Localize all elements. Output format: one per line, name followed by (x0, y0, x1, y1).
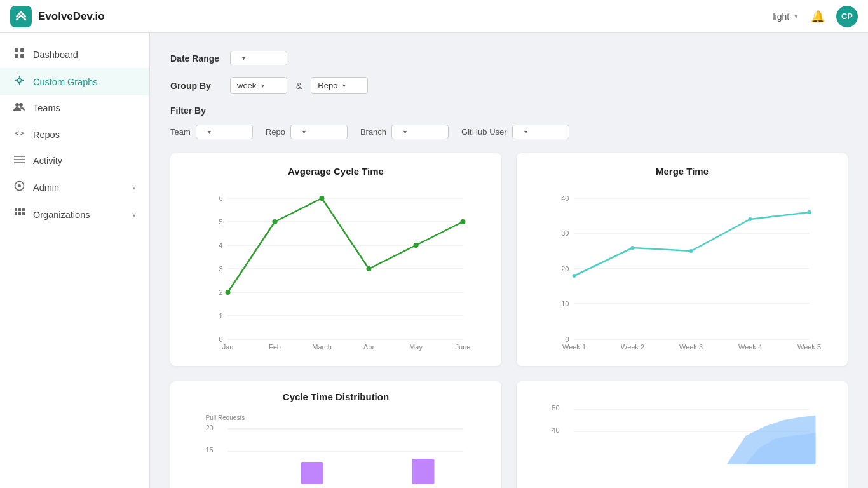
svg-text:May: May (409, 343, 423, 351)
main-content: Date Range ▾ Group By week ▾ & Repo ▾ Fi… (150, 33, 868, 488)
chevron-down-icon: ▾ (261, 82, 264, 89)
sidebar-item-label: Dashboard (33, 50, 137, 60)
date-range-select[interactable]: ▾ (230, 51, 287, 65)
chevron-down-icon: ▾ (242, 55, 245, 62)
header: EvolveDev.io light ▼ 🔔 CP (0, 0, 868, 33)
chevron-down-icon: ▾ (403, 128, 407, 135)
team-select[interactable]: ▾ (196, 125, 253, 139)
svg-point-64 (573, 274, 576, 278)
group-by-secondary-select[interactable]: Repo ▾ (311, 77, 368, 94)
sidebar-item-dashboard[interactable]: Dashboard (0, 41, 149, 68)
svg-text:30: 30 (561, 229, 569, 237)
github-user-select[interactable]: ▾ (512, 125, 569, 139)
merge-time-title: Merge Time (529, 166, 835, 177)
cycle-time-dist-title: Cycle Time Distribution (183, 391, 489, 402)
charts-grid-bottom: Cycle Time Distribution Pull Requests 20… (170, 381, 848, 488)
avatar[interactable]: CP (836, 6, 858, 27)
dashboard-icon (13, 48, 25, 61)
svg-text:March: March (312, 343, 332, 351)
sidebar-item-organizations[interactable]: Organizations ∨ (0, 201, 149, 228)
merge-time-chart: 40 30 20 10 0 Week 1 Week 2 Week 3 Week … (529, 186, 835, 351)
svg-point-46 (367, 266, 372, 271)
svg-text:0: 0 (219, 336, 222, 343)
sidebar-item-custom-graphs[interactable]: Custom Graphs (0, 68, 149, 95)
svg-rect-18 (18, 208, 21, 211)
notification-button[interactable]: 🔔 (808, 7, 827, 26)
svg-text:Pull Requests: Pull Requests (206, 414, 245, 421)
sidebar-item-repos[interactable]: <> Repos (0, 121, 149, 148)
svg-text:0: 0 (565, 336, 569, 343)
svg-text:Jan: Jan (222, 343, 234, 351)
svg-point-9 (15, 103, 19, 107)
sidebar-item-label: Teams (33, 103, 137, 113)
merge-time-card: Merge Time 40 30 20 10 0 Week 1 Week 2 W… (517, 153, 848, 366)
sidebar-item-activity[interactable]: Activity (0, 148, 149, 173)
svg-text:Week 5: Week 5 (797, 343, 821, 351)
svg-rect-1 (20, 48, 24, 52)
avg-cycle-time-title: Avgerage Cycle Time (183, 166, 489, 177)
github-user-filter: GitHub User ▾ (461, 125, 569, 139)
repos-icon: <> (13, 128, 25, 141)
svg-point-44 (273, 219, 278, 224)
avg-cycle-time-card: Avgerage Cycle Time 6 5 4 3 2 1 0 (170, 153, 501, 366)
sidebar-item-label: Custom Graphs (33, 77, 137, 87)
svg-text:3: 3 (219, 265, 222, 273)
svg-text:40: 40 (552, 426, 560, 434)
custom-graphs-icon (13, 75, 25, 88)
svg-point-68 (808, 210, 811, 214)
sidebar-item-label: Organizations (33, 210, 124, 220)
charts-grid-top: Avgerage Cycle Time 6 5 4 3 2 1 0 (170, 153, 848, 366)
sidebar-item-label: Activity (33, 156, 137, 166)
date-range-label: Date Range (170, 53, 221, 64)
cycle-time-dist-card: Cycle Time Distribution Pull Requests 20… (170, 381, 501, 488)
svg-rect-75 (412, 459, 435, 484)
branch-filter: Branch ▾ (360, 125, 449, 139)
svg-text:5: 5 (219, 218, 222, 226)
svg-text:Week 4: Week 4 (738, 343, 762, 351)
logo-icon (10, 6, 32, 27)
group-by-select[interactable]: week ▾ (230, 77, 287, 94)
sidebar-item-admin[interactable]: Admin ∨ (0, 173, 149, 201)
svg-point-66 (689, 249, 693, 253)
repo-select[interactable]: ▾ (290, 125, 348, 139)
logo-area: EvolveDev.io (10, 6, 105, 27)
branch-select[interactable]: ▾ (391, 125, 449, 139)
svg-point-10 (19, 103, 23, 107)
admin-icon (13, 180, 25, 194)
filter-by-label: Filter By (170, 105, 848, 116)
svg-rect-19 (15, 212, 17, 215)
group-by-label: Group By (170, 81, 221, 91)
svg-rect-17 (15, 208, 17, 211)
svg-text:Week 1: Week 1 (562, 343, 586, 351)
filters-section: Date Range ▾ Group By week ▾ & Repo ▾ Fi… (170, 51, 848, 139)
chevron-down-icon: ▾ (342, 82, 346, 89)
svg-point-47 (414, 243, 419, 248)
logo-text: EvolveDev.io (38, 10, 105, 23)
theme-label: light (773, 11, 789, 22)
svg-text:2: 2 (219, 288, 222, 296)
svg-text:10: 10 (561, 300, 569, 308)
svg-text:Week 2: Week 2 (621, 343, 644, 351)
svg-text:Week 3: Week 3 (679, 343, 703, 351)
svg-text:1: 1 (219, 312, 222, 320)
github-user-label: GitHub User (461, 127, 507, 137)
svg-text:15: 15 (206, 446, 214, 454)
svg-rect-74 (301, 462, 323, 484)
merge-time-dist-card: 50 40 (517, 381, 848, 488)
avg-cycle-time-chart: 6 5 4 3 2 1 0 Jan Feb March Apr May June (183, 186, 489, 351)
svg-text:June: June (456, 343, 471, 351)
filter-by-row: Team ▾ Repo ▾ Branch ▾ (170, 125, 848, 139)
svg-rect-21 (22, 208, 25, 211)
svg-rect-0 (15, 48, 18, 52)
svg-text:Feb: Feb (269, 343, 281, 351)
theme-selector[interactable]: light ▼ (773, 11, 799, 22)
svg-text:20: 20 (561, 265, 569, 273)
svg-point-65 (631, 246, 635, 250)
repo-filter: Repo ▾ (266, 125, 348, 139)
sidebar-item-teams[interactable]: Teams (0, 95, 149, 121)
cycle-time-dist-chart: Pull Requests 20 15 (183, 411, 489, 484)
sidebar: Dashboard Custom Graphs Teams (0, 33, 150, 488)
svg-point-67 (749, 217, 752, 221)
chevron-down-icon: ▾ (208, 128, 211, 135)
merge-time-dist-chart: 50 40 (529, 391, 835, 464)
